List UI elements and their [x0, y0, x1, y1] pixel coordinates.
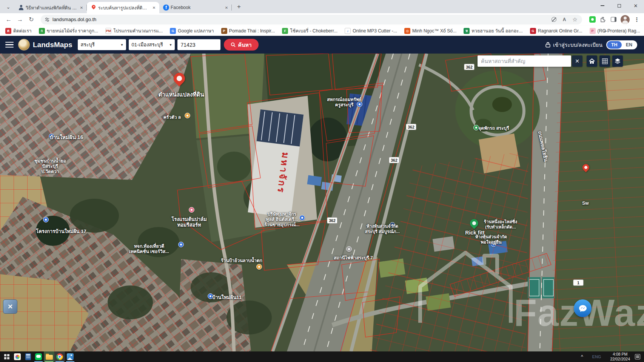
map-pin-dot[interactable]	[256, 264, 262, 270]
lang-th-button[interactable]: TH	[607, 41, 622, 49]
search-button[interactable]: ค้นหา	[224, 39, 259, 51]
clock-date: 22/02/2024	[610, 357, 630, 361]
extensions-puzzle-icon[interactable]	[599, 16, 606, 23]
language-toggle: TH EN	[606, 40, 637, 49]
side-panel-icon[interactable]	[610, 16, 617, 23]
search-button-label: ค้นหา	[238, 41, 252, 49]
bookmark-item[interactable]: ตติดต่อเรา	[5, 27, 32, 34]
bookmark-item[interactable]: PPomade Thai : Inspir...	[221, 27, 275, 34]
system-tray: ^ ENG 4:08 PM 22/02/2024	[581, 351, 640, 362]
bookmark-item[interactable]: ♪Online MP3 Cutter -...	[345, 27, 397, 34]
taskbar-icon-start[interactable]	[2, 351, 12, 362]
bookmark-item[interactable]: ◎Minh Ngọc™ Xổ Số...	[404, 27, 456, 34]
chevron-down-icon: ▾	[170, 43, 172, 47]
map-layers-button[interactable]	[612, 55, 623, 67]
taskbar-clock[interactable]: 4:08 PM 22/02/2024	[610, 352, 630, 361]
new-tab-button[interactable]: +	[234, 2, 244, 12]
tab-close-icon[interactable]: ✕	[223, 5, 230, 11]
window-close-button[interactable]: ✕	[627, 0, 644, 11]
map-viewport[interactable]: มหาจักร	[0, 54, 644, 351]
bookmark-item[interactable]: PMโปรแกรมคำนวณการแ...	[105, 27, 163, 34]
bookmark-label: Online MP3 Cutter -...	[353, 28, 397, 34]
map-label: โรงแรมต้นปาล์มทอมรีสอร์ท	[171, 216, 207, 228]
map-pin-dot[interactable]	[346, 246, 352, 252]
bookmark-favicon: G	[530, 28, 536, 34]
site-settings-icon[interactable]	[45, 17, 50, 22]
map-search-clear-button[interactable]: ✕	[572, 55, 582, 67]
map-pin-dot[interactable]	[185, 113, 190, 118]
bookmark-favicon: ต	[5, 28, 11, 34]
tab-redpin-icon	[91, 5, 97, 11]
lang-en-button[interactable]: EN	[622, 41, 636, 49]
reload-button[interactable]: ↻	[26, 15, 36, 25]
map-tool-button[interactable]: ✕	[3, 299, 17, 314]
province-value: สระบุรี	[81, 41, 95, 49]
tab-close-icon[interactable]: ✕	[151, 5, 157, 11]
keyboard-language[interactable]: ENG	[588, 353, 605, 360]
bookmarks-container: ตติดต่อเรากขายหน่อไม้ฝรั่ง ราคาถูก...PMโ…	[5, 27, 644, 34]
start-icon	[4, 354, 10, 360]
menu-hamburger-icon[interactable]	[5, 42, 14, 48]
browser-tab-strip: ⌄ วิธีหาตำแหน่งพิกัดที่ดิน จากเลขที่โฉ..…	[0, 0, 644, 13]
browser-tab[interactable]: ระบบค้นหารูปแปลงที่ดิน (LandsMap...✕	[87, 2, 159, 13]
map-pin-dot[interactable]	[178, 242, 184, 247]
header-right: เข้าสู่ระบบ/ลงทะเบียน TH EN	[545, 40, 637, 49]
bookmark-item[interactable]: GGoogle แปลภาษา	[170, 27, 214, 34]
back-button[interactable]: ←	[4, 15, 14, 25]
bookmark-item[interactable]: P(RO-Prontera) Rag...	[590, 27, 640, 34]
translate-icon[interactable]: A	[561, 16, 568, 23]
bookmark-star-icon[interactable]: ☆	[572, 16, 578, 23]
login-register-link[interactable]: เข้าสู่ระบบ/ลงทะเบียน	[545, 41, 602, 49]
window-maximize-button[interactable]	[611, 0, 627, 11]
bookmark-item[interactable]: Fโช้คเบอรี่ - Chokeberr...	[282, 27, 337, 34]
bookmark-favicon: G	[170, 28, 176, 34]
taskbar-icon-file-explorer[interactable]	[44, 351, 54, 362]
window-minimize-button[interactable]	[594, 0, 611, 11]
chevron-down-icon: ▾	[121, 43, 123, 47]
bookmark-label: โช้คเบอรี่ - Chokeberr...	[290, 27, 337, 34]
tray-chevron[interactable]: ^	[581, 354, 583, 359]
vpn-disabled-icon[interactable]	[550, 16, 557, 23]
grid-icon	[602, 58, 608, 64]
map-place-search-input[interactable]	[478, 55, 571, 67]
browser-tab[interactable]: วิธีหาตำแหน่งพิกัดที่ดิน จากเลขที่โฉ...✕	[14, 2, 87, 13]
province-select[interactable]: สระบุรี ▾	[78, 39, 126, 50]
screen: ⌄ วิธีหาตำแหน่งพิกัดที่ดิน จากเลขที่โฉ..…	[0, 0, 644, 362]
taskbar-icon-line[interactable]	[33, 351, 44, 362]
forward-button[interactable]: →	[15, 15, 25, 25]
route-shield: 1	[573, 279, 584, 286]
bookmark-item[interactable]: กขายหน่อไม้ฝรั่ง ราคาถูก...	[39, 27, 99, 34]
layers-icon	[615, 58, 621, 64]
map-home-button[interactable]	[587, 55, 597, 67]
map-pin-dot[interactable]	[43, 217, 49, 222]
extension-line-icon[interactable]	[589, 16, 596, 23]
bookmark-label: ขายหน่อไม้ฝรั่ง ราคาถูก...	[47, 27, 99, 34]
district-select[interactable]: 01-เมืองสระบุรี ▾	[129, 39, 175, 50]
bookmark-favicon: ก	[39, 28, 45, 34]
bookmark-item[interactable]: หหวยฮานอย วันนี้ ออกอะ...	[464, 27, 522, 34]
taskbar-icon-paint[interactable]	[12, 351, 23, 362]
map-grid-button[interactable]	[599, 55, 610, 67]
bookmarks-overflow-chevron[interactable]: »	[603, 28, 606, 34]
address-bar[interactable]: landsmaps.dol.go.th A ☆	[41, 15, 582, 25]
browser-menu-icon[interactable]: ⋮	[633, 16, 640, 23]
home-icon	[589, 58, 595, 64]
bookmark-favicon: P	[221, 28, 227, 34]
profile-avatar[interactable]	[621, 15, 630, 24]
taskbar-icon-chrome[interactable]	[54, 351, 65, 362]
taskbar-icon-calculator[interactable]	[23, 351, 33, 362]
browser-tab[interactable]: fFacebook✕	[159, 2, 232, 13]
parcel-number-input[interactable]	[177, 39, 220, 50]
map-pin-dot[interactable]	[189, 207, 194, 213]
route-shield: 362	[389, 157, 399, 163]
map-label: ห้างหุ้นส่วนจำกัดสระบุรี สมบูรณ์ภ...	[365, 224, 400, 234]
taskbar-icon-photos[interactable]	[65, 351, 75, 362]
action-center-icon[interactable]	[635, 354, 640, 359]
bookmark-item[interactable]: GRagnarok Online Gr...	[530, 27, 582, 34]
chat-bubble-button[interactable]	[574, 299, 592, 317]
tab-search-chevron-icon[interactable]: ⌄	[4, 2, 13, 11]
map-label: สหกรณ์ออมทรัพย์ครูสระบุรี	[327, 97, 362, 107]
app-title: LandsMaps	[33, 41, 72, 49]
tab-close-icon[interactable]: ✕	[79, 5, 85, 11]
map-pin-dot[interactable]	[299, 215, 305, 221]
